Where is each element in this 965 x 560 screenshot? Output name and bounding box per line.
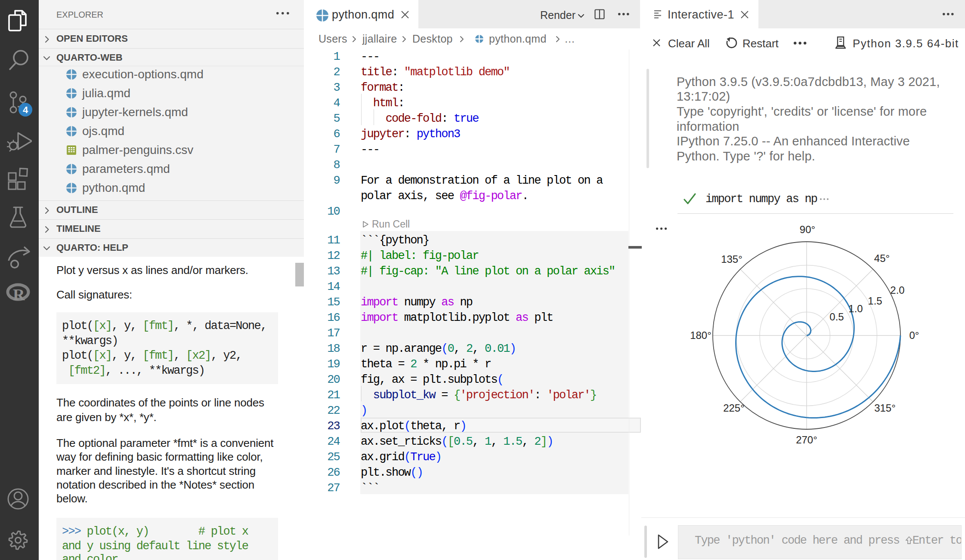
svg-text:4: 4	[23, 105, 28, 115]
svg-text:90°: 90°	[800, 224, 815, 235]
svg-text:180°: 180°	[690, 329, 711, 341]
svg-text:0.5: 0.5	[829, 311, 844, 323]
svg-text:2.0: 2.0	[890, 284, 904, 296]
svg-text:135°: 135°	[721, 253, 742, 265]
svg-text:225°: 225°	[723, 402, 745, 414]
svg-text:1.5: 1.5	[868, 295, 882, 307]
svg-text:315°: 315°	[874, 402, 896, 414]
svg-text:270°: 270°	[796, 434, 817, 446]
svg-text:R: R	[13, 286, 25, 303]
svg-text:0°: 0°	[909, 329, 919, 341]
svg-text:1.0: 1.0	[848, 303, 863, 314]
svg-text:45°: 45°	[874, 252, 890, 264]
